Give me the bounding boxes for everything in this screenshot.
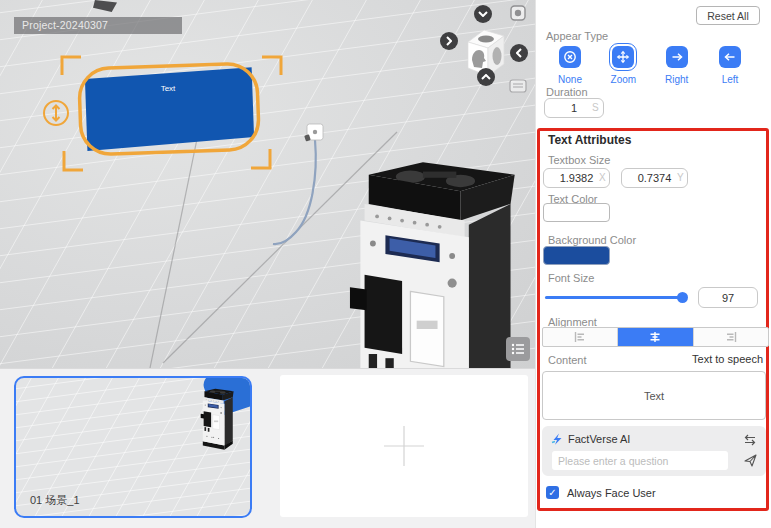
scene-layer: Text <box>0 0 535 368</box>
align-center-icon <box>648 331 662 343</box>
power-cable <box>273 140 316 244</box>
textbox-object <box>79 63 260 155</box>
scene-name: 01 场景_1 <box>30 493 80 508</box>
ai-question-input[interactable] <box>552 451 728 470</box>
editor-window: Project-20240307 <box>0 0 771 528</box>
appear-none-button[interactable] <box>559 46 581 68</box>
send-icon[interactable] <box>744 454 757 467</box>
add-scene-button[interactable] <box>280 375 528 517</box>
power-plug <box>304 124 323 141</box>
plus-icon <box>381 423 427 469</box>
background-color-swatch[interactable] <box>543 246 610 265</box>
always-face-user-checkbox[interactable]: ✓ <box>546 486 559 499</box>
factverse-ai-widget: FactVerse AI <box>542 426 766 476</box>
factverse-title: FactVerse AI <box>568 433 630 445</box>
always-face-user-label: Always Face User <box>567 487 656 499</box>
rotate-right-button[interactable] <box>440 32 458 50</box>
arrow-left-icon <box>723 50 737 64</box>
swap-icon[interactable] <box>743 434 757 446</box>
properties-panel: Reset All Appear Type None Zoom Right <box>535 0 771 528</box>
align-left-icon <box>573 331 587 343</box>
textbox-size-label: Textbox Size <box>548 154 610 166</box>
move-vertical-icon <box>44 101 68 125</box>
size-x-suffix: X <box>599 172 606 183</box>
layer-list-icon[interactable] <box>506 337 530 361</box>
duration-label: Duration <box>546 86 588 98</box>
slider-handle[interactable] <box>677 292 688 303</box>
textbox-text-label: Text <box>161 84 176 93</box>
alignment-options <box>542 327 769 347</box>
align-right-button[interactable] <box>693 328 768 346</box>
content-textarea[interactable]: Text <box>542 371 766 420</box>
background-color-label: Background Color <box>548 234 636 246</box>
reset-all-button[interactable]: Reset All <box>696 6 760 25</box>
rotate-up-button[interactable] <box>477 68 495 86</box>
scene-timeline: 01 场景_1 <box>0 368 535 528</box>
align-center-button[interactable] <box>617 328 692 346</box>
appear-left-button[interactable] <box>719 46 741 68</box>
text-attributes-title: Text Attributes <box>548 133 631 147</box>
appear-zoom-button[interactable] <box>612 46 634 68</box>
content-label: Content <box>548 354 587 366</box>
text-color-swatch[interactable] <box>543 203 610 222</box>
appear-none-label: None <box>558 74 582 85</box>
font-size-label: Font Size <box>548 272 594 284</box>
appear-type-label: Appear Type <box>546 30 608 42</box>
text-to-speech-link[interactable]: Text to speech <box>692 353 763 365</box>
font-size-slider[interactable] <box>545 292 687 303</box>
align-left-button[interactable] <box>543 328 617 346</box>
move-icon <box>616 50 630 64</box>
rotate-down-button[interactable] <box>474 5 492 23</box>
collapse-panel-icon[interactable] <box>510 44 528 62</box>
appear-zoom-label: Zoom <box>611 74 637 85</box>
coffee-machine-model <box>350 162 515 368</box>
appear-right-label: Right <box>665 74 688 85</box>
keyboard-icon[interactable] <box>509 79 527 93</box>
focus-icon[interactable] <box>509 4 527 22</box>
always-face-user-row: ✓ Always Face User <box>546 486 656 499</box>
font-size-input[interactable] <box>698 287 758 308</box>
factverse-logo-icon <box>550 432 564 446</box>
scene-thumbnail[interactable]: 01 场景_1 <box>14 376 252 518</box>
arrow-right-icon <box>670 50 684 64</box>
appear-type-options: None Zoom Right Left <box>548 46 752 85</box>
align-right-icon <box>724 331 738 343</box>
appear-right-button[interactable] <box>666 46 688 68</box>
circle-x-icon <box>563 50 577 64</box>
appear-left-label: Left <box>722 74 739 85</box>
size-y-suffix: Y <box>677 172 684 183</box>
duration-unit: S <box>592 102 599 113</box>
3d-viewport[interactable]: Project-20240307 <box>0 0 535 368</box>
